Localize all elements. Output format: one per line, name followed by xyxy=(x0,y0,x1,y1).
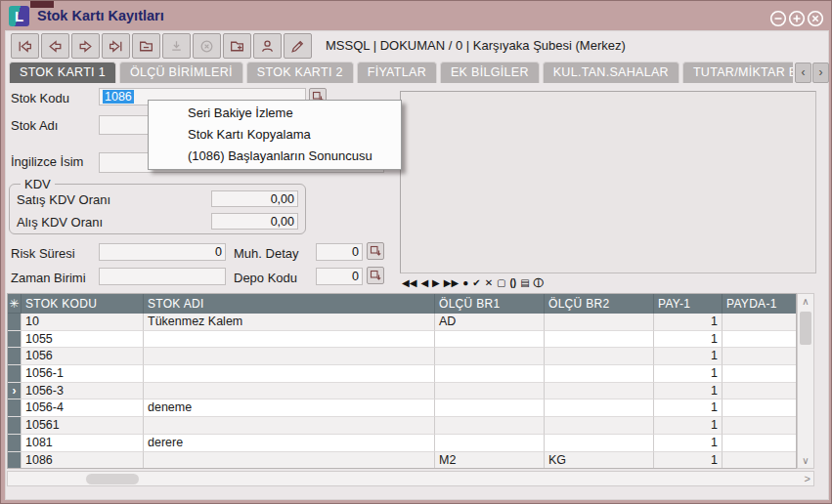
cell-name xyxy=(144,348,435,365)
tab-stok-karti-1[interactable]: STOK KARTI 1 xyxy=(9,62,116,83)
nav-last-icon[interactable]: ▶▶ xyxy=(444,276,459,290)
user-button[interactable] xyxy=(253,33,282,59)
nav-first-icon[interactable]: ◀◀ xyxy=(402,276,416,290)
delete-record-button[interactable] xyxy=(132,33,160,59)
tab-fi-yatlar[interactable]: FİYATLAR xyxy=(357,62,437,83)
close-button[interactable] xyxy=(807,10,824,27)
satis-kdv-input[interactable]: 0,00 xyxy=(211,190,298,207)
next-record-button[interactable] xyxy=(71,33,100,59)
alis-kdv-label: Alış KDV Oranı xyxy=(17,215,103,230)
tab-scroll-left-button[interactable]: ‹ xyxy=(795,63,811,83)
row-indicator-header: ✳ xyxy=(8,294,22,314)
cell-br2 xyxy=(545,348,654,365)
cell-br1 xyxy=(435,383,545,400)
table-row[interactable]: ›1056-31 xyxy=(8,383,796,400)
cell-br2 xyxy=(545,383,654,400)
zaman-birimi-input[interactable] xyxy=(99,268,226,285)
tab-l-bi-ri-mleri[interactable]: ÖLÇÜ BİRİMLERİ xyxy=(119,62,243,83)
scroll-down-icon[interactable]: ∨ xyxy=(798,455,813,466)
nav-open-icon[interactable]: ▤ xyxy=(520,276,529,290)
nav-insert-icon[interactable]: ● xyxy=(462,276,468,290)
table-row[interactable]: 10561 xyxy=(8,348,796,365)
scroll-right-icon[interactable]: > xyxy=(805,473,810,484)
cell-code: 1055 xyxy=(22,331,144,349)
tab-bar: STOK KARTI 1ÖLÇÜ BİRİMLERİSTOK KARTI 2Fİ… xyxy=(9,62,793,84)
column-header-l-br2[interactable]: ÖLÇÜ BR2 xyxy=(545,294,654,314)
last-record-button[interactable] xyxy=(102,33,130,59)
nav-post-icon[interactable]: ✔ xyxy=(472,276,480,290)
tab-kul-tan-sahalar[interactable]: KUL.TAN.SAHALAR xyxy=(543,62,679,83)
muh-detay-lookup-button[interactable] xyxy=(367,242,384,260)
cell-payda1 xyxy=(723,348,797,365)
tab-ek-bi-lgi-ler[interactable]: EK BİLGİLER xyxy=(440,62,540,83)
cancel-button-toolbar[interactable] xyxy=(193,33,221,59)
cell-code: 1056-1 xyxy=(22,365,144,383)
minimize-button[interactable] xyxy=(769,10,787,27)
cell-pay1: 1 xyxy=(654,314,723,331)
cell-br2 xyxy=(545,417,654,435)
nav-refresh-icon[interactable]: () xyxy=(509,276,516,290)
title-bar[interactable]: L Stok Kartı Kayıtları xyxy=(1,1,831,30)
table-row[interactable]: 1056-11 xyxy=(8,365,796,383)
cell-br1 xyxy=(435,435,545,452)
nav-info-icon[interactable]: ⓘ xyxy=(534,276,544,290)
nav-prev-icon[interactable]: ◀ xyxy=(420,276,428,290)
depo-kodu-lookup-button[interactable] xyxy=(367,267,384,284)
vertical-scrollbar[interactable]: ∧ ∨ xyxy=(797,293,814,469)
app-logo-icon: L xyxy=(9,6,29,26)
alis-kdv-input[interactable]: 0,00 xyxy=(211,213,298,230)
vertical-scroll-thumb[interactable] xyxy=(800,312,811,345)
tab-tutar-mi-ktar-bi-lgi-leri[interactable]: TUTAR/MİKTAR BİLGİLERİ xyxy=(682,62,793,83)
cell-br1: AD xyxy=(435,314,545,331)
table-row[interactable]: 105611 xyxy=(8,417,796,435)
cell-payda1 xyxy=(723,399,797,417)
cell-pay1: 1 xyxy=(654,435,723,452)
row-gutter xyxy=(8,417,22,435)
window-title: Stok Kartı Kayıtları xyxy=(37,8,164,23)
depo-kodu-input[interactable]: 0 xyxy=(316,268,363,285)
cell-br1 xyxy=(435,348,545,365)
nav-edit-icon[interactable]: ▢ xyxy=(497,276,505,290)
satis-kdv-label: Satış KDV Oranı xyxy=(17,192,110,207)
tab-stok-karti-2[interactable]: STOK KARTI 2 xyxy=(246,62,354,83)
nav-next-icon[interactable]: ▶ xyxy=(432,276,440,290)
scroll-up-icon[interactable]: ∧ xyxy=(798,296,813,307)
table-row[interactable]: 1081derere1 xyxy=(8,435,796,452)
edit-button[interactable] xyxy=(284,33,312,59)
column-header-stok-adi[interactable]: STOK ADI xyxy=(144,294,435,314)
depo-kodu-label: Depo Kodu xyxy=(234,271,297,285)
maximize-button[interactable] xyxy=(788,10,806,27)
nav-cancel-icon[interactable]: ✕ xyxy=(485,276,493,290)
kdv-legend: KDV xyxy=(21,177,55,191)
column-header-stok-kodu[interactable]: STOK KODU xyxy=(22,294,144,314)
first-record-button[interactable] xyxy=(11,33,39,59)
column-header-payda-1[interactable]: PAYDA-1 xyxy=(723,294,797,314)
table-row[interactable]: 10Tükenmez KalemAD1 xyxy=(8,314,796,331)
table-row[interactable]: 1086M2KG1 xyxy=(8,452,796,470)
muh-detay-input[interactable]: 0 xyxy=(316,243,363,261)
cell-payda1 xyxy=(723,417,797,435)
save-record-button[interactable] xyxy=(162,33,191,59)
cell-payda1 xyxy=(723,452,797,470)
ingilizce-isim-label: İngilizce İsim xyxy=(11,154,83,169)
column-header-l-br1[interactable]: ÖLÇÜ BR1 xyxy=(435,294,545,314)
risk-suresi-input[interactable]: 0 xyxy=(99,243,226,261)
tab-scroll-right-button[interactable]: › xyxy=(812,63,829,83)
menu-item-1086-ba-layanlar-n-sonuncusu[interactable]: (1086) Başlayanların Sonuncusu xyxy=(149,146,401,167)
column-header-pay-1[interactable]: PAY-1 xyxy=(654,294,723,314)
previous-record-button[interactable] xyxy=(41,33,69,59)
menu-item-stok-kart-kopyalama[interactable]: Stok Kartı Kopyalama xyxy=(149,124,401,146)
table-row[interactable]: 1056-4deneme1 xyxy=(8,399,796,417)
zaman-birimi-label: Zaman Birimi xyxy=(11,271,86,285)
cell-code: 10561 xyxy=(22,417,144,435)
detail-panel xyxy=(400,91,816,273)
menu-item-seri-bakiye-i-zleme[interactable]: Seri Bakiye İzleme xyxy=(149,103,401,124)
cell-pay1: 1 xyxy=(654,331,723,349)
cell-name xyxy=(144,383,435,400)
table-row[interactable]: 10551 xyxy=(8,331,796,349)
horizontal-scroll-thumb[interactable] xyxy=(86,474,139,484)
row-gutter xyxy=(8,399,22,417)
record-navigator: ◀◀◀▶▶▶●✔✕▢()▤ⓘ xyxy=(402,275,544,290)
new-record-button[interactable] xyxy=(223,33,251,59)
horizontal-scrollbar[interactable]: > xyxy=(7,471,814,486)
